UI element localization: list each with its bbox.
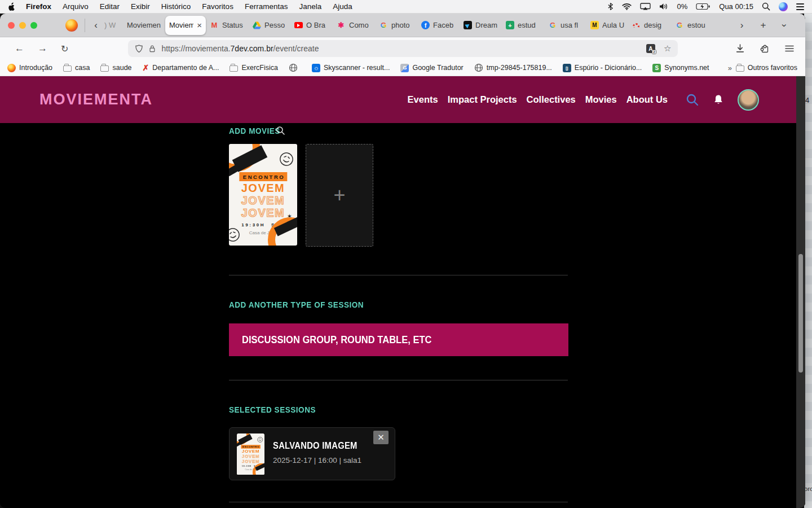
forward-button[interactable]: →	[38, 43, 47, 54]
remove-session-button[interactable]: ✕	[373, 431, 389, 444]
menu-historico[interactable]: Histórico	[161, 2, 191, 11]
close-window-button[interactable]	[8, 22, 15, 29]
divider	[85, 19, 85, 32]
movie-poster[interactable]: ✶ ENCONTRO JOVEM JOVEM JOVEM ✶ 19:30H SE…	[229, 144, 297, 246]
bookmark-folder[interactable]: casa	[63, 64, 90, 72]
tab[interactable]: Pesso	[248, 14, 290, 37]
url-bar[interactable]: https://moviementa.7dev.com.br/event/cre…	[128, 40, 678, 57]
green-sheet-icon: +	[506, 21, 514, 29]
nav-movies[interactable]: Movies	[585, 94, 617, 105]
apple-menu-icon[interactable]	[8, 2, 16, 11]
firefox-icon[interactable]	[65, 19, 78, 32]
app-menu-icon[interactable]	[785, 45, 794, 52]
site-logo[interactable]: MOVIEMENTA	[39, 91, 153, 108]
menu-ferramentas[interactable]: Ferramentas	[245, 2, 288, 11]
bookmark-folder[interactable]: ExercFisica	[230, 64, 278, 72]
menu-arquivo[interactable]: Arquivo	[63, 2, 89, 11]
espurio-icon: [j	[563, 64, 571, 72]
downloads-icon[interactable]	[735, 44, 745, 53]
other-bookmarks-folder[interactable]: Outros favoritos	[736, 64, 797, 72]
tab[interactable]: desig	[629, 14, 671, 37]
bookmark-item[interactable]: SSynonyms.net	[652, 64, 709, 72]
smiley-icon	[277, 150, 295, 168]
spotlight-search-icon[interactable]	[762, 2, 770, 11]
reload-button[interactable]: ↻	[61, 43, 68, 54]
menu-janela[interactable]: Janela	[299, 2, 321, 11]
new-tab-button[interactable]: +	[760, 20, 766, 31]
bluetooth-icon[interactable]	[607, 2, 614, 11]
bookmarks-overflow-icon[interactable]: »	[728, 64, 732, 72]
menu-ajuda[interactable]: Ajuda	[333, 2, 352, 11]
folder-icon	[736, 65, 744, 72]
poster-title: JOVEM	[229, 182, 297, 194]
wifi-icon[interactable]	[622, 3, 632, 10]
bookmark-item[interactable]: ✗Departamento de A...	[143, 63, 219, 72]
notifications-bell-icon[interactable]	[713, 94, 724, 106]
zoom-window-button[interactable]	[30, 22, 37, 29]
nav-collectives[interactable]: Collectives	[527, 94, 576, 105]
tab-active[interactable]: Moviem ×	[165, 16, 206, 35]
close-tab-icon[interactable]: ×	[197, 20, 202, 30]
add-movie-placeholder[interactable]: +	[306, 144, 373, 247]
bookmark-item[interactable]	[289, 63, 301, 72]
translate-icon[interactable]: A2	[646, 44, 655, 53]
scrollbar-thumb[interactable]	[798, 254, 803, 373]
screen-mirroring-icon[interactable]	[640, 3, 651, 10]
session-card: ENCONTRO JOVEM JOVEM JOVEM 19:30H SEX Ca…	[229, 427, 395, 480]
lock-icon[interactable]	[148, 44, 156, 53]
nav-impact-projects[interactable]: Impact Projects	[448, 94, 517, 105]
movies-search-icon[interactable]	[276, 126, 285, 135]
menu-favoritos[interactable]: Favoritos	[202, 2, 233, 11]
back-button[interactable]: ←	[15, 43, 24, 54]
nav-about-us[interactable]: About Us	[626, 94, 668, 105]
bookmark-item[interactable]: ☼Skyscanner - result...	[312, 64, 390, 72]
list-tabs-icon[interactable]: ›	[779, 24, 790, 27]
battery-icon	[696, 3, 710, 10]
menu-exibir[interactable]: Exibir	[131, 2, 150, 11]
divider	[229, 275, 568, 275]
extensions-puzzle-icon[interactable]	[760, 44, 770, 54]
divider	[229, 502, 568, 502]
menubar-clock[interactable]: Qua 00:15	[719, 2, 753, 11]
session-type-button[interactable]: DISCUSSION GROUP, ROUND TABLE, ETC	[229, 323, 568, 356]
tab[interactable]: Moviemen	[123, 14, 165, 37]
page-viewport: MOVIEMENTA Events Impact Projects Collec…	[0, 76, 805, 508]
volume-icon[interactable]	[659, 3, 668, 10]
bookmark-star-icon[interactable]: ☆	[664, 43, 671, 54]
tab[interactable]: +estud	[502, 14, 544, 37]
menu-editar[interactable]: Editar	[100, 2, 120, 11]
tab[interactable]: Dream	[460, 14, 502, 37]
user-avatar[interactable]	[738, 89, 759, 111]
bookmark-item[interactable]: GGoogle Tradutor	[400, 64, 463, 72]
bookmark-item[interactable]: Introdução	[7, 64, 52, 72]
bookmark-item[interactable]: [jEspúrio - Dicionário...	[563, 64, 642, 72]
tab[interactable]: MStatus	[206, 14, 248, 37]
minimize-window-button[interactable]	[19, 22, 26, 29]
dream-icon	[464, 21, 472, 29]
sparkle-icon: ✶	[232, 170, 236, 175]
page-scrollbar[interactable]	[796, 76, 805, 508]
notification-center-icon[interactable]	[796, 2, 804, 12]
session-title: SALVANDO IMAGEM	[273, 440, 358, 452]
tab[interactable]: MAula U	[586, 14, 629, 37]
tab[interactable]: fFaceb	[417, 14, 460, 37]
site-header: MOVIEMENTA Events Impact Projects Collec…	[0, 76, 796, 123]
scroll-tabs-left-icon[interactable]: ‹	[90, 20, 102, 31]
tab[interactable]: Gusa fl	[544, 14, 586, 37]
bookmark-folder[interactable]: saude	[100, 64, 131, 72]
siri-icon[interactable]	[779, 2, 788, 11]
nav-events[interactable]: Events	[408, 94, 438, 105]
tab[interactable]: Gestou	[671, 14, 713, 37]
shield-icon[interactable]	[135, 45, 143, 53]
tab[interactable]: ) W	[103, 14, 123, 37]
tab[interactable]: ✱Como	[333, 14, 375, 37]
google-icon: G	[675, 21, 684, 30]
scroll-tabs-right-icon[interactable]: ›	[740, 20, 744, 31]
site-search-icon[interactable]	[686, 93, 699, 107]
tab[interactable]: Gphoto	[375, 14, 417, 37]
menu-firefox[interactable]: Firefox	[26, 2, 51, 11]
add-movies-title: ADD MOVIES	[229, 126, 280, 135]
tab[interactable]: O Bra	[290, 14, 333, 37]
bookmark-item[interactable]: tmp-29845-175819...	[474, 63, 552, 72]
poster-title-outline: JOVEM	[229, 195, 297, 206]
